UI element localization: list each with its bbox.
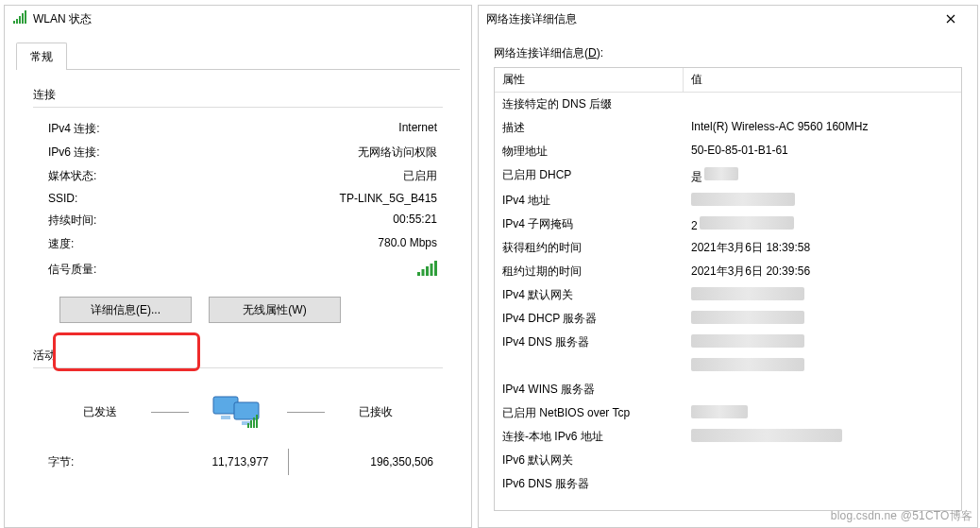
tab-general[interactable]: 常规 bbox=[16, 43, 67, 70]
list-row[interactable]: IPv6 DNS 服务器 bbox=[495, 472, 961, 496]
ipv4-value: Internet bbox=[180, 121, 443, 137]
details-button[interactable]: 详细信息(E)... bbox=[59, 297, 192, 323]
list-row[interactable]: IPv4 子网掩码2 bbox=[495, 213, 961, 236]
list-row[interactable] bbox=[495, 354, 961, 378]
redacted-value bbox=[691, 429, 842, 442]
row-value: 2021年3月6日 18:39:58 bbox=[684, 238, 961, 258]
row-attribute: 连接特定的 DNS 后缀 bbox=[495, 94, 684, 114]
redacted-value bbox=[700, 216, 794, 230]
svg-rect-12 bbox=[221, 416, 230, 419]
svg-rect-11 bbox=[234, 402, 259, 419]
list-row[interactable]: 物理地址50-E0-85-01-B1-61 bbox=[495, 140, 961, 163]
redacted-value bbox=[691, 334, 804, 348]
caption-accel: D bbox=[588, 46, 597, 60]
dash-icon bbox=[287, 412, 325, 413]
recv-label: 已接收 bbox=[347, 404, 404, 420]
row-ssid: SSID: TP-LINK_5G_B415 bbox=[33, 188, 443, 209]
listview-header[interactable]: 属性 值 bbox=[495, 68, 961, 93]
list-row[interactable]: 已启用 DHCP是 bbox=[495, 163, 961, 189]
redacted-value bbox=[691, 405, 748, 418]
svg-rect-17 bbox=[256, 415, 258, 428]
list-row[interactable]: 获得租约的时间2021年3月6日 18:39:58 bbox=[495, 236, 961, 260]
row-attribute: 描述 bbox=[495, 118, 684, 138]
row-value bbox=[684, 403, 961, 423]
row-value bbox=[684, 427, 961, 447]
list-row[interactable]: 连接特定的 DNS 后缀 bbox=[495, 93, 961, 116]
row-attribute: IPv6 默认网关 bbox=[495, 451, 684, 470]
signal-bars-icon bbox=[416, 260, 437, 280]
row-attribute: 租约过期的时间 bbox=[495, 262, 684, 281]
duration-label: 持续时间: bbox=[48, 213, 180, 229]
row-attribute: 已启用 DHCP bbox=[495, 165, 684, 187]
svg-rect-6 bbox=[422, 269, 425, 276]
group-activity: 活动 已发送 已接收 字节: bbox=[16, 348, 460, 475]
svg-rect-14 bbox=[247, 423, 249, 428]
row-value bbox=[684, 285, 961, 305]
row-value: 2 bbox=[684, 214, 961, 234]
row-ipv4: IPv4 连接: Internet bbox=[33, 117, 443, 141]
list-row[interactable]: 已启用 NetBIOS over Tcp bbox=[495, 401, 961, 425]
svg-rect-1 bbox=[16, 19, 18, 24]
row-attribute bbox=[495, 356, 684, 376]
list-row[interactable]: IPv4 地址 bbox=[495, 189, 961, 213]
details-caption: 网络连接详细信息(D): bbox=[494, 45, 962, 61]
close-icon bbox=[946, 14, 955, 24]
svg-rect-7 bbox=[426, 266, 429, 276]
divider bbox=[33, 367, 443, 368]
svg-rect-9 bbox=[434, 261, 437, 276]
media-label: 媒体状态: bbox=[48, 168, 180, 184]
svg-rect-13 bbox=[242, 421, 251, 425]
row-value bbox=[684, 191, 961, 211]
header-value[interactable]: 值 bbox=[684, 68, 961, 92]
row-value bbox=[684, 356, 961, 376]
svg-rect-2 bbox=[19, 16, 21, 24]
list-row[interactable]: 描述Intel(R) Wireless-AC 9560 160MHz bbox=[495, 116, 961, 140]
group-activity-title: 活动 bbox=[33, 348, 443, 364]
row-attribute: IPv4 DHCP 服务器 bbox=[495, 309, 684, 329]
list-row[interactable]: IPv4 DHCP 服务器 bbox=[495, 307, 961, 331]
group-connection: 连接 IPv4 连接: Internet IPv6 连接: 无网络访问权限 媒体… bbox=[16, 87, 460, 323]
list-row[interactable]: 租约过期的时间2021年3月6日 20:39:56 bbox=[495, 260, 961, 283]
row-value bbox=[684, 309, 961, 329]
tab-strip: 常规 bbox=[16, 42, 460, 70]
monitors-icon bbox=[211, 391, 264, 434]
connection-buttons: 详细信息(E)... 无线属性(W) bbox=[33, 283, 443, 323]
details-listview[interactable]: 属性 值 连接特定的 DNS 后缀描述Intel(R) Wireless-AC … bbox=[494, 67, 962, 511]
list-row[interactable]: 连接-本地 IPv6 地址 bbox=[495, 425, 961, 449]
watermark: blog.csdn.ne @51CTO博客 bbox=[831, 508, 972, 524]
redacted-value bbox=[691, 287, 804, 300]
listview-rows: 连接特定的 DNS 后缀描述Intel(R) Wireless-AC 9560 … bbox=[495, 93, 961, 496]
redacted-value bbox=[691, 358, 804, 371]
wlan-titlebar[interactable]: WLAN 状态 bbox=[5, 6, 471, 32]
ssid-label: SSID: bbox=[48, 192, 180, 205]
list-row[interactable]: IPv4 DNS 服务器 bbox=[495, 331, 961, 354]
bytes-label: 字节: bbox=[48, 454, 124, 470]
row-value: 是 bbox=[684, 165, 961, 187]
list-row[interactable]: IPv4 WINS 服务器 bbox=[495, 378, 961, 401]
header-attribute[interactable]: 属性 bbox=[495, 68, 684, 92]
signal-label: 信号质量: bbox=[48, 262, 180, 278]
row-value: 50-E0-85-01-B1-61 bbox=[684, 142, 961, 162]
list-row[interactable]: IPv6 默认网关 bbox=[495, 449, 961, 472]
row-attribute: IPv4 地址 bbox=[495, 191, 684, 211]
wifi-icon bbox=[12, 10, 27, 28]
row-duration: 持续时间: 00:55:21 bbox=[33, 209, 443, 232]
row-signal: 信号质量: bbox=[33, 256, 443, 283]
wlan-status-window: WLAN 状态 常规 连接 IPv4 连接: Internet IPv6 连接:… bbox=[4, 5, 472, 528]
list-row[interactable]: IPv4 默认网关 bbox=[495, 283, 961, 307]
wlan-title: WLAN 状态 bbox=[33, 11, 92, 27]
row-value bbox=[684, 474, 961, 494]
wireless-props-button[interactable]: 无线属性(W) bbox=[209, 297, 341, 323]
row-attribute: 物理地址 bbox=[495, 142, 684, 162]
redacted-value bbox=[691, 311, 804, 324]
network-details-window: 网络连接详细信息 网络连接详细信息(D): 属性 值 连接特定的 DNS 后缀描… bbox=[478, 5, 978, 528]
svg-rect-0 bbox=[13, 21, 15, 24]
row-attribute: 连接-本地 IPv6 地址 bbox=[495, 427, 684, 447]
details-titlebar[interactable]: 网络连接详细信息 bbox=[479, 6, 977, 32]
svg-rect-16 bbox=[253, 417, 255, 428]
ipv4-label: IPv4 连接: bbox=[48, 121, 180, 137]
caption-prefix: 网络连接详细信息( bbox=[494, 46, 588, 60]
row-media: 媒体状态: 已启用 bbox=[33, 164, 443, 188]
close-button[interactable] bbox=[932, 6, 970, 32]
row-value bbox=[684, 94, 961, 114]
